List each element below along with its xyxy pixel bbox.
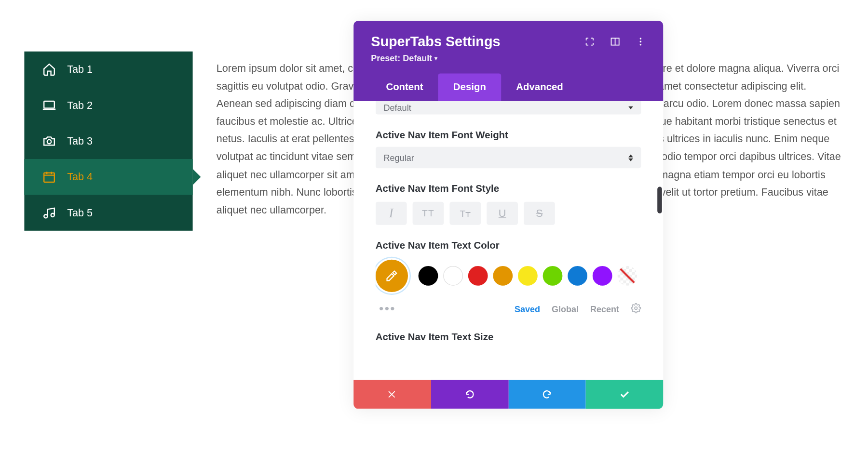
modal-title: SuperTabs Settings (371, 34, 500, 50)
color-swatch-red[interactable] (468, 266, 488, 286)
svg-point-1 (47, 140, 51, 144)
svg-rect-2 (44, 173, 54, 182)
music-icon (41, 205, 56, 220)
smallcaps-button[interactable]: Tᴛ (449, 202, 481, 225)
side-tabs-nav: Tab 1 Tab 2 Tab 3 Tab 4 Tab 5 (24, 52, 192, 231)
side-tab-5[interactable]: Tab 5 (24, 195, 192, 230)
scrollbar-thumb[interactable] (657, 187, 662, 213)
chevron-down-icon: ▾ (434, 55, 437, 61)
redo-button[interactable] (508, 380, 586, 409)
svg-point-3 (44, 214, 47, 218)
text-size-label: Active Nav Item Text Size (376, 332, 641, 343)
more-icon[interactable] (636, 37, 646, 47)
tab-label: Tab 5 (67, 207, 93, 219)
eyedropper-button[interactable] (376, 260, 408, 292)
more-swatches-icon[interactable]: ••• (379, 301, 396, 316)
font-weight-label: Active Nav Item Font Weight (376, 130, 641, 141)
color-swatch-yellow[interactable] (518, 266, 538, 286)
color-swatch-orange[interactable] (493, 266, 513, 286)
color-swatch-white[interactable] (443, 266, 463, 286)
font-weight-select[interactable]: Regular (376, 147, 641, 168)
color-swatch-transparent[interactable] (617, 266, 637, 286)
svg-point-7 (640, 41, 642, 43)
side-tab-2[interactable]: Tab 2 (24, 87, 192, 123)
svg-point-4 (51, 213, 54, 217)
side-tab-1[interactable]: Tab 1 (24, 52, 192, 87)
tab-label: Tab 2 (67, 99, 93, 111)
calendar-icon (41, 170, 56, 185)
palette-tab-recent[interactable]: Recent (590, 304, 619, 314)
expand-icon[interactable] (584, 37, 595, 47)
svg-point-9 (635, 306, 637, 309)
font-select[interactable]: Default (376, 101, 641, 115)
text-color-label: Active Nav Item Text Color (376, 240, 641, 252)
select-value: Regular (384, 153, 414, 162)
settings-modal: SuperTabs Settings Preset: Default ▾ Con… (353, 21, 663, 409)
italic-button[interactable]: I (376, 202, 407, 225)
color-swatch-green[interactable] (543, 266, 563, 286)
color-swatch-blue[interactable] (568, 266, 587, 286)
tab-label: Tab 1 (67, 63, 93, 75)
home-icon (41, 62, 56, 77)
confirm-button[interactable] (586, 380, 664, 409)
undo-button[interactable] (431, 380, 509, 409)
preset-selector[interactable]: Preset: Default ▾ (371, 53, 646, 63)
tab-design[interactable]: Design (438, 73, 501, 101)
font-style-label: Active Nav Item Font Style (376, 183, 641, 195)
modal-footer (353, 380, 663, 409)
palette-tab-global[interactable]: Global (552, 304, 579, 314)
strikethrough-button[interactable]: S (524, 202, 555, 225)
chevron-updown-icon (628, 154, 633, 161)
laptop-icon (41, 98, 56, 113)
color-swatch-black[interactable] (419, 266, 438, 286)
side-tab-4[interactable]: Tab 4 (24, 159, 192, 195)
uppercase-button[interactable]: TT (413, 202, 444, 225)
cancel-button[interactable] (353, 380, 431, 409)
palette-tab-saved[interactable]: Saved (515, 304, 540, 314)
svg-rect-0 (44, 101, 54, 108)
color-swatch-purple[interactable] (593, 266, 612, 286)
modal-body: Default Active Nav Item Font Weight Regu… (353, 101, 663, 380)
chevron-updown-icon (628, 106, 633, 109)
svg-point-8 (640, 44, 642, 46)
select-value: Default (384, 103, 411, 113)
tab-advanced[interactable]: Advanced (501, 73, 578, 101)
gear-icon[interactable] (631, 303, 641, 315)
camera-icon (41, 133, 56, 148)
tab-label: Tab 3 (67, 135, 93, 147)
svg-point-6 (640, 38, 642, 40)
side-tab-3[interactable]: Tab 3 (24, 123, 192, 159)
tab-content[interactable]: Content (371, 73, 438, 101)
modal-header: SuperTabs Settings Preset: Default ▾ Con… (353, 21, 663, 101)
tab-label: Tab 4 (67, 171, 93, 183)
split-view-icon[interactable] (610, 37, 621, 47)
underline-button[interactable]: U (487, 202, 518, 225)
